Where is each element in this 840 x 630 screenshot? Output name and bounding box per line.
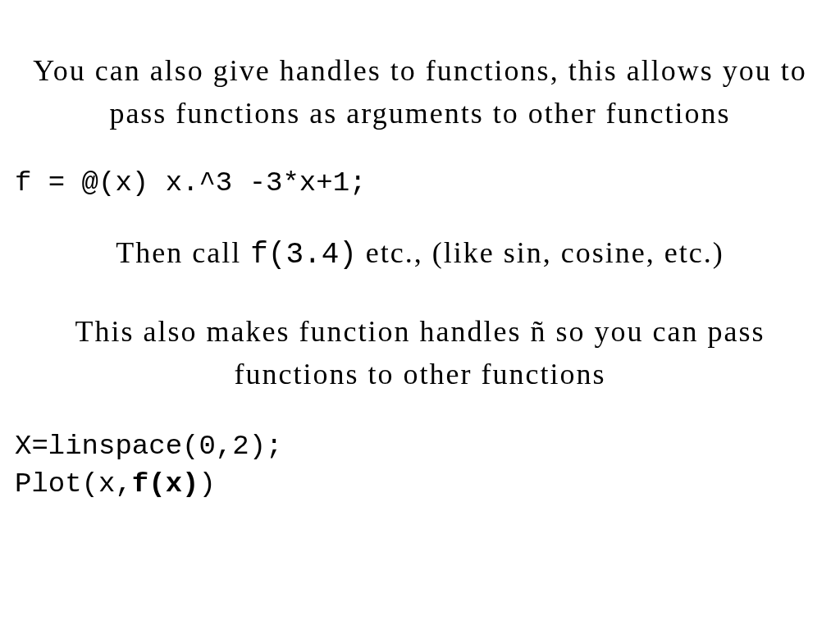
paragraph-intro: You can also give handles to functions, …: [15, 49, 825, 135]
inline-code-call: f(3.4): [250, 238, 357, 272]
code-linspace: X=linspace(0,2);: [15, 431, 282, 462]
text-fragment: Then call: [116, 236, 250, 269]
code-plot-prefix: Plot(x,: [15, 468, 132, 500]
paragraph-handles-pass: This also makes function handles ñ so yo…: [15, 310, 825, 395]
text-fragment: etc., (like sin, cosine, etc.): [357, 236, 724, 269]
slide: You can also give handles to functions, …: [0, 0, 840, 630]
code-plot-block: X=linspace(0,2); Plot(x,f(x)): [15, 428, 825, 504]
code-plot-fx: f(x): [132, 468, 199, 500]
code-define-function-handle: f = @(x) x.^3 -3*x+1;: [15, 167, 825, 199]
code-plot-suffix: ): [199, 468, 215, 500]
paragraph-then-call: Then call f(3.4) etc., (like sin, cosine…: [15, 231, 825, 276]
